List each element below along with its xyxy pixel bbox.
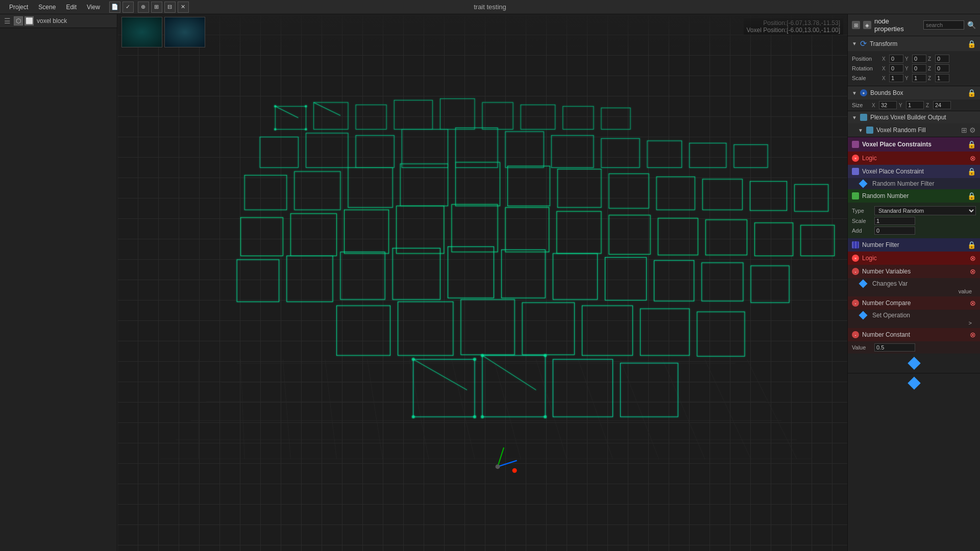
- scale-y-input[interactable]: [912, 74, 926, 82]
- panel-icon-node: ◈: [863, 21, 871, 29]
- mode-btn-3[interactable]: ⊟: [164, 2, 176, 13]
- position-z-input[interactable]: [935, 55, 949, 63]
- svg-rect-45: [508, 166, 550, 206]
- nv-remove-btn[interactable]: ⊗: [970, 267, 976, 276]
- ncst-value-input[interactable]: [874, 343, 915, 352]
- position-y-group: Y: [905, 55, 926, 63]
- bounds-box-header[interactable]: ▼ ● Bounds Box 🔒: [848, 86, 980, 99]
- svg-line-19: [747, 359, 797, 459]
- panel-icon-grid: ⊞: [852, 21, 860, 29]
- bottom-diamond-icon-1[interactable]: [908, 357, 920, 369]
- thumbnail-1[interactable]: [121, 17, 162, 47]
- svg-rect-58: [557, 211, 601, 254]
- nf-lock[interactable]: 🔒: [967, 241, 976, 249]
- scale-x-input[interactable]: [889, 74, 903, 82]
- rn-type-select[interactable]: Standard Random: [874, 206, 976, 215]
- rn-type-row: Type Standard Random: [852, 206, 976, 215]
- vrf-label: Voxel Random Fill: [876, 127, 926, 134]
- rotation-y-input[interactable]: [912, 64, 926, 72]
- toolbar-save[interactable]: ✓: [122, 2, 134, 13]
- nv-value-row: value: [860, 288, 976, 294]
- vrf-icon: [866, 127, 873, 134]
- svg-line-89: [482, 356, 536, 390]
- svg-rect-27: [563, 106, 594, 129]
- rn-lock[interactable]: 🔒: [967, 192, 976, 200]
- svg-rect-53: [290, 214, 336, 256]
- logic-remove-btn-1[interactable]: ⊗: [970, 154, 976, 162]
- menu-edit[interactable]: Edit: [61, 0, 82, 14]
- svg-rect-54: [344, 210, 388, 254]
- transform-lock[interactable]: 🔒: [967, 40, 976, 48]
- svg-line-15: [578, 359, 613, 459]
- scale-z-input[interactable]: [935, 74, 949, 82]
- toolbar-new[interactable]: 📄: [109, 2, 120, 13]
- mode-btn-2[interactable]: ⊞: [151, 2, 162, 13]
- sidebar-view-icons: ⬡ ⬜: [14, 16, 34, 26]
- position-y-input[interactable]: [912, 55, 926, 63]
- menu-scene[interactable]: Scene: [33, 0, 61, 14]
- rotation-xyz: X Y Z: [882, 64, 976, 72]
- main-area: ☰ ⬡ ⬜ voxel block: [0, 14, 980, 551]
- svg-rect-57: [505, 208, 549, 252]
- sidebar-expand-icon[interactable]: ☰: [4, 17, 11, 25]
- svg-rect-71: [605, 257, 646, 300]
- svg-line-18: [705, 359, 751, 459]
- scale-label: Scale: [852, 75, 880, 81]
- rotation-z-input[interactable]: [935, 64, 949, 72]
- nc-remove-btn[interactable]: ⊗: [970, 299, 976, 307]
- voxel-random-fill-header[interactable]: ▼ Voxel Random Fill ⊞ ⚙: [848, 123, 980, 137]
- nc-set-op-row: Set Operation: [860, 312, 976, 319]
- vpc-sub-label: Voxel Place Constraint: [862, 168, 924, 175]
- svg-rect-74: [751, 266, 789, 303]
- rn-add-input[interactable]: [874, 227, 915, 235]
- vrf-arrow: ▼: [858, 128, 863, 133]
- vrf-edit-icon[interactable]: ⊞: [961, 126, 967, 134]
- mode-btn-1[interactable]: ⊕: [138, 2, 149, 13]
- logic-remove-btn-2[interactable]: ⊗: [970, 254, 976, 262]
- menu-project[interactable]: Project: [4, 0, 33, 14]
- bounds-lock[interactable]: 🔒: [967, 89, 976, 97]
- vpc-section: Voxel Place Constraints 🔒 × Logic ⊗ Voxe…: [848, 137, 980, 373]
- vpc-sub-lock[interactable]: 🔒: [967, 167, 976, 176]
- ncst-content: Value: [848, 341, 980, 354]
- bottom-diamond-icon-2[interactable]: [908, 377, 920, 389]
- vpc-main-header[interactable]: Voxel Place Constraints 🔒: [848, 137, 980, 152]
- search-icon[interactable]: 🔍: [967, 21, 976, 29]
- svg-rect-85: [621, 363, 678, 417]
- plexus-header[interactable]: ▼ Plexus Voxel Builder Output: [848, 111, 980, 123]
- svg-rect-36: [601, 138, 640, 167]
- vrf-settings-icon[interactable]: ⚙: [969, 126, 976, 134]
- bottom-add-area-2: [848, 373, 980, 393]
- logic-icon-2: ×: [852, 255, 859, 262]
- svg-rect-69: [502, 249, 546, 298]
- bounds-z-input[interactable]: [933, 101, 951, 109]
- svg-line-9: [325, 359, 337, 459]
- svg-line-102: [498, 461, 517, 467]
- menu-view[interactable]: View: [82, 0, 105, 14]
- node-search-input[interactable]: [923, 20, 964, 30]
- sidebar-icon-1[interactable]: ⬡: [14, 16, 23, 26]
- bounds-x-input[interactable]: [879, 101, 897, 109]
- vpc-sub-header: Voxel Place Constraint 🔒: [848, 165, 980, 178]
- svg-point-106: [512, 468, 517, 473]
- nv-changes-var-label: Changes Var: [872, 280, 908, 287]
- vpc-lock[interactable]: 🔒: [967, 140, 976, 148]
- svg-line-14: [536, 359, 567, 459]
- viewport[interactable]: Position:[-6.07,13.78,-11.53] Voxel Posi…: [117, 14, 847, 551]
- ncst-remove-btn[interactable]: ⊗: [970, 331, 976, 339]
- svg-rect-63: [801, 225, 835, 256]
- svg-rect-30: [306, 133, 348, 168]
- rotation-x-input[interactable]: [889, 64, 903, 72]
- mode-btn-4[interactable]: ✕: [178, 2, 189, 13]
- transform-header[interactable]: ▼ ⟳ Transform 🔒: [848, 36, 980, 51]
- svg-rect-64: [237, 260, 279, 302]
- thumbnail-2[interactable]: [164, 17, 205, 47]
- svg-rect-48: [656, 177, 695, 210]
- position-x-input[interactable]: [889, 55, 903, 63]
- svg-rect-50: [750, 182, 787, 211]
- sidebar-icon-2[interactable]: ⬜: [24, 16, 34, 26]
- rn-scale-input[interactable]: [874, 217, 915, 225]
- svg-rect-31: [356, 135, 394, 167]
- rnf-label: Random Number Filter: [872, 180, 934, 187]
- bounds-y-input[interactable]: [906, 101, 924, 109]
